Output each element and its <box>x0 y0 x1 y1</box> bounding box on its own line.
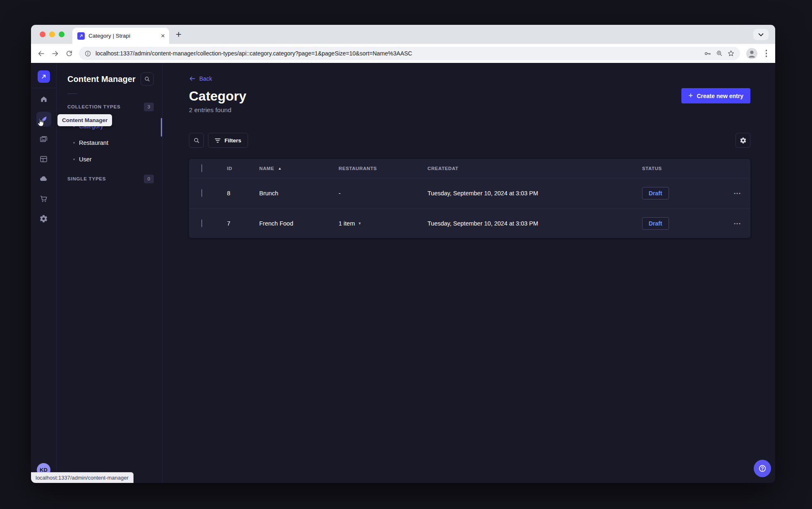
single-types-label: SINGLE TYPES <box>67 176 106 181</box>
single-types-section: SINGLE TYPES 0 <box>67 174 154 183</box>
browser-window: Category | Strapi × + localhost:1337/adm… <box>31 25 775 483</box>
cell-restaurants[interactable]: 1 item ▼ <box>339 220 427 227</box>
subnav-item-label: Restaurant <box>79 139 108 146</box>
sort-ascending-icon: ▲ <box>278 166 282 170</box>
gear-icon <box>36 211 51 226</box>
maximize-window-button[interactable] <box>59 31 64 37</box>
active-item-indicator <box>161 118 162 137</box>
subnav-divider <box>67 94 77 94</box>
cloud-nav-button[interactable] <box>34 169 54 189</box>
filters-button[interactable]: Filters <box>208 133 248 148</box>
filter-icon <box>215 138 221 143</box>
cell-restaurants-label: 1 item <box>339 220 355 227</box>
collection-types-count-badge: 3 <box>144 103 154 111</box>
close-window-button[interactable] <box>40 31 45 37</box>
question-mark-icon <box>758 464 767 473</box>
arrow-left-icon <box>189 76 196 82</box>
tab-strip: Category | Strapi × + <box>31 25 775 44</box>
collection-types-label: COLLECTION TYPES <box>67 104 120 109</box>
column-header-status[interactable]: STATUS <box>642 166 725 171</box>
main-content: Back Category 2 entries found + Create n… <box>162 63 775 483</box>
table-row[interactable]: 7 French Food 1 item ▼ Tuesday, Septembe… <box>189 208 750 238</box>
tab-search-button[interactable] <box>753 29 769 40</box>
back-nav-icon[interactable] <box>37 50 45 58</box>
filters-label: Filters <box>224 137 241 144</box>
cell-createdat: Tuesday, September 10, 2024 at 3:03 PM <box>427 220 642 227</box>
cell-id: 8 <box>227 190 259 197</box>
zoom-icon[interactable] <box>716 50 723 57</box>
password-key-icon[interactable] <box>704 50 712 58</box>
cart-icon <box>36 191 51 206</box>
select-all-checkbox[interactable] <box>201 164 202 172</box>
home-icon <box>36 92 51 107</box>
cell-name: Brunch <box>259 190 339 197</box>
browser-menu-icon[interactable] <box>764 50 769 57</box>
bookmark-star-icon[interactable] <box>727 50 735 57</box>
bullet-icon <box>73 158 75 160</box>
help-button[interactable] <box>754 460 771 477</box>
back-link[interactable]: Back <box>189 74 212 83</box>
browser-profile-avatar[interactable] <box>746 48 757 59</box>
browser-toolbar: localhost:1337/admin/content-manager/col… <box>31 44 775 63</box>
marketplace-nav-button[interactable] <box>34 189 54 209</box>
site-info-icon[interactable] <box>84 50 91 57</box>
row-actions-button[interactable]: ••• <box>725 191 750 196</box>
cell-restaurants: - <box>339 190 427 197</box>
settings-nav-button[interactable] <box>34 209 54 228</box>
single-types-count-badge: 0 <box>144 175 154 183</box>
strapi-logo[interactable] <box>38 70 50 83</box>
table-header-row: ID NAME ▲ RESTAURANTS CREATEDAT STATUS <box>189 159 750 178</box>
status-badge: Draft <box>642 217 669 230</box>
reload-icon[interactable] <box>65 50 73 57</box>
column-header-name-label: NAME <box>259 166 274 171</box>
table-settings-button[interactable] <box>736 133 750 148</box>
column-header-restaurants[interactable]: RESTAURANTS <box>339 166 427 171</box>
entries-table: ID NAME ▲ RESTAURANTS CREATEDAT STATUS 8… <box>189 159 750 238</box>
browser-tab[interactable]: Category | Strapi × <box>72 28 169 44</box>
row-actions-button[interactable]: ••• <box>725 221 750 226</box>
subnav-item-label: User <box>79 156 92 163</box>
search-icon <box>193 137 200 144</box>
media-library-nav-button[interactable] <box>34 129 54 149</box>
cloud-icon <box>36 171 51 186</box>
media-library-icon <box>36 132 51 146</box>
column-header-name[interactable]: NAME ▲ <box>259 166 339 171</box>
row-checkbox[interactable] <box>201 219 202 227</box>
column-header-createdat[interactable]: CREATEDAT <box>427 166 642 171</box>
subnav-search-button[interactable] <box>141 72 154 86</box>
subnav-item-user[interactable]: User <box>67 151 154 168</box>
tab-title: Category | Strapi <box>88 33 157 39</box>
subnav-item-restaurant[interactable]: Restaurant <box>67 134 154 151</box>
hand-cursor <box>36 118 45 130</box>
content-manager-tooltip: Content Manager <box>57 114 112 126</box>
create-new-entry-button[interactable]: + Create new entry <box>681 88 750 103</box>
gear-icon <box>740 137 747 144</box>
minimize-window-button[interactable] <box>49 31 55 37</box>
forward-nav-icon[interactable] <box>51 50 59 58</box>
subnav-title: Content Manager <box>67 74 136 84</box>
back-label: Back <box>199 75 212 82</box>
table-search-button[interactable] <box>189 133 204 148</box>
url-bar[interactable]: localhost:1337/admin/content-manager/col… <box>79 47 740 60</box>
cell-name: French Food <box>259 220 339 227</box>
new-tab-button[interactable]: + <box>176 29 182 40</box>
link-preview-statusbar: localhost:1337/admin/content-manager <box>31 472 134 483</box>
cell-createdat: Tuesday, September 10, 2024 at 3:03 PM <box>427 190 642 197</box>
bullet-icon <box>73 142 75 144</box>
tab-close-icon[interactable]: × <box>161 32 165 39</box>
cell-id: 7 <box>227 220 259 227</box>
entries-count: 2 entries found <box>189 106 246 114</box>
page-title: Category <box>189 88 246 104</box>
table-row[interactable]: 8 Brunch - Tuesday, September 10, 2024 a… <box>189 178 750 208</box>
layout-icon <box>36 151 51 166</box>
rail-divider <box>31 88 56 88</box>
column-header-id[interactable]: ID <box>227 166 259 171</box>
chevron-down-icon <box>758 33 764 36</box>
strapi-favicon <box>77 32 85 40</box>
home-nav-button[interactable] <box>34 89 54 109</box>
create-new-entry-label: Create new entry <box>697 93 743 99</box>
row-checkbox[interactable] <box>201 189 202 197</box>
content-type-builder-nav-button[interactable] <box>34 149 54 169</box>
strapi-app: KD Content Manager COLLECTION TYPES 3 Ca… <box>31 63 775 483</box>
window-controls <box>40 31 64 37</box>
